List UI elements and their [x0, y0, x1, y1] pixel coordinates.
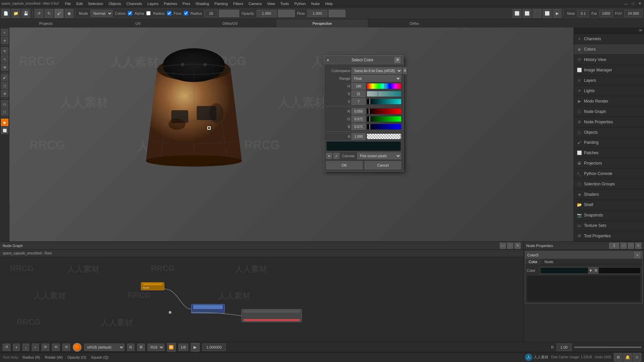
status-icon3[interactable]: ≡	[633, 353, 641, 362]
toolbar-paint[interactable]: 🖌	[55, 9, 63, 18]
ng-node-2[interactable]	[191, 304, 225, 313]
colors-check[interactable]	[128, 11, 132, 15]
r-chan-value[interactable]: 0.050	[352, 108, 366, 115]
panel-channels[interactable]: ≡Channels	[574, 34, 644, 44]
tool-rotate[interactable]: ↻	[1, 47, 8, 55]
status-undo[interactable]: ↺	[3, 344, 10, 351]
tool-paint[interactable]: 🖌	[1, 74, 8, 81]
panel-python-console[interactable]: >_Python Console	[574, 169, 644, 179]
status-circle[interactable]: ○	[32, 344, 39, 351]
np-minimize[interactable]: —	[621, 243, 627, 249]
color-link-btn[interactable]: R	[593, 267, 599, 274]
panel-painting[interactable]: 🖌Painting	[574, 138, 644, 148]
tab-perspective[interactable]: Perspective	[276, 19, 369, 27]
toolbar-color[interactable]: ◉	[65, 9, 73, 18]
menu-selection[interactable]: Selection	[85, 1, 106, 6]
tool-mask[interactable]: ⬡	[1, 108, 8, 116]
menu-patches[interactable]: Patches	[161, 1, 180, 6]
panel-image-manager[interactable]: ⬜Image Manager	[574, 65, 644, 75]
r-slider[interactable]	[367, 109, 401, 114]
panel-node-properties[interactable]: ⚙Node Properties	[574, 117, 644, 127]
ng-close[interactable]: ✕	[515, 243, 521, 249]
panel-lights[interactable]: ☀Lights	[574, 86, 644, 96]
color-preview[interactable]	[540, 267, 587, 274]
panel-patches[interactable]: ⬜Patches	[574, 148, 644, 158]
colorspace-r[interactable]: R	[404, 67, 407, 74]
toolbar-render1[interactable]: ⬜	[513, 9, 521, 18]
menu-file[interactable]: File	[62, 1, 74, 6]
flow-check[interactable]	[184, 11, 188, 15]
colorspace-select[interactable]: Same As 8 bit Data (sRGB)	[352, 67, 402, 74]
colors-close[interactable]: ✕	[634, 252, 640, 258]
status-down[interactable]: ↓	[22, 344, 29, 351]
radius-check[interactable]	[167, 11, 171, 15]
flow-value[interactable]: 1.000	[307, 10, 327, 17]
menu-shading[interactable]: Shading	[193, 1, 212, 6]
panel-colors[interactable]: ◉Colors	[574, 44, 644, 55]
status-rot1[interactable]: ⟳	[42, 344, 49, 351]
dialog-cancel-btn[interactable]: Cancel	[365, 161, 401, 169]
panel-modo-render[interactable]: ▶Modo Render	[574, 96, 644, 107]
ng-minimize[interactable]: —	[500, 243, 506, 249]
menu-edit[interactable]: Edit	[74, 1, 86, 6]
b-slider[interactable]	[367, 124, 401, 129]
channel-link[interactable]: ⊞	[137, 344, 145, 351]
panel-selection-groups[interactable]: ⬡Selection Groups	[574, 179, 644, 189]
radius-slider[interactable]	[219, 10, 239, 17]
flow-slider[interactable]	[329, 10, 345, 17]
ng-node-1[interactable]: Node	[141, 282, 164, 290]
r-value-input[interactable]	[556, 344, 572, 351]
h-slider[interactable]	[367, 83, 401, 89]
maximize-btn[interactable]: □	[630, 1, 636, 7]
toolbar-play[interactable]: ▶	[553, 9, 561, 18]
tab-orthouv[interactable]: Ortho/UV	[184, 19, 276, 27]
menu-objects[interactable]: Objects	[106, 1, 124, 6]
tool-extra[interactable]: ⬜	[1, 127, 8, 134]
tool-select[interactable]: ↖	[1, 29, 8, 36]
tool-color-picker[interactable]: ◉	[1, 119, 8, 126]
fov-input[interactable]	[624, 10, 643, 17]
v-slider[interactable]	[367, 99, 401, 104]
panel-collapse-icon[interactable]: ≫	[639, 28, 643, 33]
status-add[interactable]: +	[13, 344, 20, 351]
panel-shaders[interactable]: ◈Shaders	[574, 189, 644, 200]
menu-painting[interactable]: Painting	[212, 1, 230, 6]
panel-shelf[interactable]: 📂Shelf	[574, 200, 644, 210]
panel-projectors[interactable]: 📽Projectors	[574, 158, 644, 169]
color-expand-btn[interactable]: ▼	[588, 267, 593, 274]
status-arrow[interactable]: ⏩	[167, 343, 176, 352]
panel-objects[interactable]: ◻Objects	[574, 127, 644, 138]
panel-snapshots[interactable]: 📷Snapshots	[574, 210, 644, 221]
toolbar-render4[interactable]: ⬜	[543, 9, 551, 18]
status-rot2[interactable]: ⟲	[52, 344, 60, 351]
alpha-check[interactable]	[146, 11, 151, 15]
np-options[interactable]: ⋯	[628, 243, 634, 249]
a-chan-value[interactable]: 1.000	[352, 133, 366, 140]
colorspace-dropdown[interactable]: sRGB (default)	[84, 344, 124, 351]
np-close[interactable]: ✕	[635, 243, 641, 249]
canvas-select[interactable]: Pick screen pixels	[357, 153, 401, 159]
s-slider[interactable]	[367, 91, 401, 97]
close-btn[interactable]: ✕	[637, 1, 643, 7]
opacity-value[interactable]: 1.000	[257, 10, 277, 17]
node-props-index[interactable]	[609, 243, 619, 249]
s-value[interactable]: 31	[352, 90, 366, 97]
viewport-area[interactable]: RRCG 人人素材 RRCG 人人素材 人人素材 RRCG 人人素材 RRCG …	[9, 27, 574, 241]
menu-layers[interactable]: Layers	[145, 1, 161, 6]
color-picker-swatch[interactable]	[73, 343, 82, 352]
near-input[interactable]	[577, 10, 589, 17]
tool-clone[interactable]: ⊕	[1, 90, 8, 97]
panel-tool-properties[interactable]: ⚙Tool Properties	[574, 231, 644, 241]
toolbar-redo[interactable]: ↻	[45, 9, 53, 18]
colorspace-r-btn[interactable]: R	[127, 344, 135, 351]
toolbar-undo[interactable]: ↺	[35, 9, 43, 18]
status-play[interactable]: ▶	[191, 343, 200, 352]
toolbar-save[interactable]: 💾	[21, 9, 30, 18]
dialog-ok-btn[interactable]: OK	[326, 161, 363, 169]
tool-move[interactable]: ✛	[1, 37, 8, 44]
g-chan-value[interactable]: 0.072	[352, 116, 366, 122]
minimize-btn[interactable]: —	[623, 1, 629, 7]
ng-options[interactable]: ⋯	[507, 243, 513, 249]
tab-projects[interactable]: Projects	[0, 19, 92, 27]
dialog-close-btn[interactable]: ✕	[394, 57, 400, 63]
